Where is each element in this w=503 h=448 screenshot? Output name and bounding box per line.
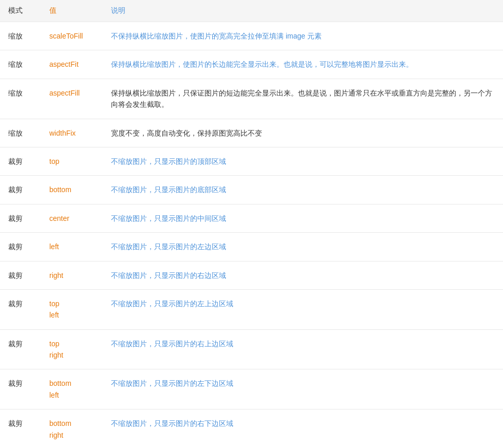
cell-description: 不缩放图片，只显示图片的底部区域 bbox=[103, 176, 503, 204]
table-row: 缩放aspectFit保持纵横比缩放图片，使图片的长边能完全显示出来。也就是说，… bbox=[0, 50, 503, 79]
cell-value: bottomright bbox=[41, 409, 103, 448]
cell-description: 不缩放图片，只显示图片的左边区域 bbox=[103, 233, 503, 261]
cell-description: 不缩放图片，只显示图片的左下边区域 bbox=[103, 369, 503, 409]
table-row: 缩放scaleToFill不保持纵横比缩放图片，使图片的宽高完全拉伸至填满 im… bbox=[0, 22, 503, 50]
cell-description: 不缩放图片，只显示图片的顶部区域 bbox=[103, 147, 503, 175]
cell-value: topright bbox=[41, 329, 103, 369]
cell-mode: 裁剪 bbox=[0, 289, 41, 329]
header-description: 说明 bbox=[103, 0, 503, 22]
table-row: 裁剪left不缩放图片，只显示图片的左边区域 bbox=[0, 233, 503, 261]
table-row: 裁剪bottomleft不缩放图片，只显示图片的左下边区域 bbox=[0, 369, 503, 409]
cell-mode: 缩放 bbox=[0, 79, 41, 119]
table-container: 模式 值 说明 缩放scaleToFill不保持纵横比缩放图片，使图片的宽高完全… bbox=[0, 0, 503, 448]
cell-value: center bbox=[41, 204, 103, 232]
cell-mode: 裁剪 bbox=[0, 261, 41, 289]
cell-mode: 裁剪 bbox=[0, 176, 41, 204]
table-header-row: 模式 值 说明 bbox=[0, 0, 503, 22]
cell-mode: 裁剪 bbox=[0, 329, 41, 369]
data-table: 模式 值 说明 缩放scaleToFill不保持纵横比缩放图片，使图片的宽高完全… bbox=[0, 0, 503, 448]
cell-description: 不缩放图片，只显示图片的右上边区域 bbox=[103, 329, 503, 369]
cell-description: 不缩放图片，只显示图片的右边区域 bbox=[103, 261, 503, 289]
cell-value: widthFix bbox=[41, 119, 103, 147]
cell-value: bottomleft bbox=[41, 369, 103, 409]
cell-value: aspectFill bbox=[41, 79, 103, 119]
table-row: 缩放widthFix宽度不变，高度自动变化，保持原图宽高比不变 bbox=[0, 119, 503, 147]
table-row: 裁剪center不缩放图片，只显示图片的中间区域 bbox=[0, 204, 503, 232]
cell-mode: 裁剪 bbox=[0, 409, 41, 448]
table-row: 裁剪bottom不缩放图片，只显示图片的底部区域 bbox=[0, 176, 503, 204]
cell-mode: 裁剪 bbox=[0, 204, 41, 232]
cell-mode: 裁剪 bbox=[0, 369, 41, 409]
cell-value: bottom bbox=[41, 176, 103, 204]
cell-description: 保持纵横比缩放图片，使图片的长边能完全显示出来。也就是说，可以完整地将图片显示出… bbox=[103, 50, 503, 79]
cell-mode: 裁剪 bbox=[0, 147, 41, 175]
table-row: 裁剪top不缩放图片，只显示图片的顶部区域 bbox=[0, 147, 503, 175]
cell-value: left bbox=[41, 233, 103, 261]
cell-mode: 缩放 bbox=[0, 119, 41, 147]
cell-value: top bbox=[41, 147, 103, 175]
cell-mode: 裁剪 bbox=[0, 233, 41, 261]
cell-value: aspectFit bbox=[41, 50, 103, 79]
cell-value: right bbox=[41, 261, 103, 289]
cell-description: 宽度不变，高度自动变化，保持原图宽高比不变 bbox=[103, 119, 503, 147]
cell-description: 不缩放图片，只显示图片的中间区域 bbox=[103, 204, 503, 232]
cell-value: scaleToFill bbox=[41, 22, 103, 50]
cell-value: topleft bbox=[41, 289, 103, 329]
header-mode: 模式 bbox=[0, 0, 41, 22]
cell-mode: 缩放 bbox=[0, 22, 41, 50]
table-row: 裁剪topleft不缩放图片，只显示图片的左上边区域 bbox=[0, 289, 503, 329]
cell-description: 不保持纵横比缩放图片，使图片的宽高完全拉伸至填满 image 元素 bbox=[103, 22, 503, 50]
table-row: 裁剪bottomright不缩放图片，只显示图片的右下边区域 bbox=[0, 409, 503, 448]
table-row: 裁剪right不缩放图片，只显示图片的右边区域 bbox=[0, 261, 503, 289]
table-row: 裁剪topright不缩放图片，只显示图片的右上边区域 bbox=[0, 329, 503, 369]
header-value: 值 bbox=[41, 0, 103, 22]
table-row: 缩放aspectFill保持纵横比缩放图片，只保证图片的短边能完全显示出来。也就… bbox=[0, 79, 503, 119]
cell-mode: 缩放 bbox=[0, 50, 41, 79]
cell-description: 不缩放图片，只显示图片的右下边区域 bbox=[103, 409, 503, 448]
cell-description: 保持纵横比缩放图片，只保证图片的短边能完全显示出来。也就是说，图片通常只在水平或… bbox=[103, 79, 503, 119]
cell-description: 不缩放图片，只显示图片的左上边区域 bbox=[103, 289, 503, 329]
